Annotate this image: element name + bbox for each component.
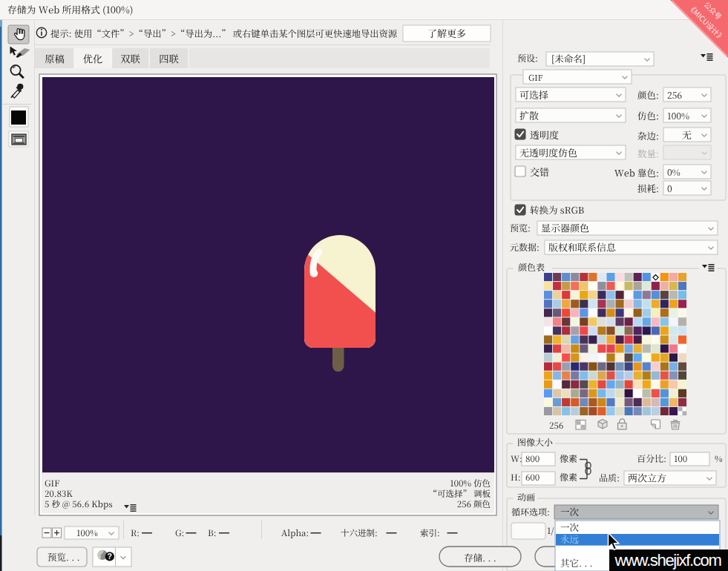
svg-text:?: ? (108, 552, 112, 561)
svg-text:www.shejixf.com: www.shejixf.com (614, 551, 721, 570)
